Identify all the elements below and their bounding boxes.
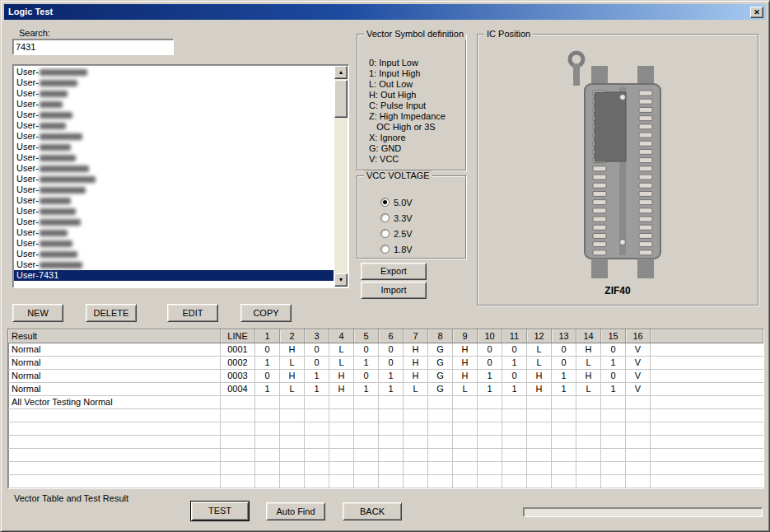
pin-cell: [255, 475, 280, 488]
pin-cell: [502, 475, 527, 488]
pin-cell: [576, 396, 601, 409]
list-item-prefix: User-: [16, 77, 39, 87]
vcc-option-2.5V[interactable]: 2.5V: [357, 226, 465, 241]
pin-cell: 1: [354, 383, 379, 396]
pin-cell: 0: [354, 343, 379, 357]
pin-cell: [453, 436, 478, 449]
zif-pin-slot: [593, 242, 606, 247]
back-button[interactable]: BACK: [343, 502, 402, 520]
radio-icon[interactable]: [380, 213, 390, 222]
scrollbar-thumb[interactable]: [334, 80, 348, 118]
header-filler: [651, 329, 763, 343]
device-list-scrollbar[interactable]: ▲ ▼: [334, 66, 348, 287]
pin-cell: [601, 409, 626, 422]
pin-cell: [379, 396, 404, 409]
list-item[interactable]: User-: [14, 206, 334, 217]
list-item[interactable]: User-: [14, 163, 334, 174]
list-item-selected[interactable]: User-7431: [14, 270, 334, 281]
list-item[interactable]: User-: [14, 131, 334, 142]
list-item[interactable]: User-: [14, 184, 334, 195]
pin-cell: [527, 436, 552, 449]
list-item[interactable]: User-: [14, 259, 334, 270]
list-item[interactable]: User-: [14, 174, 334, 184]
vcc-option-3.3V[interactable]: 3.3V: [357, 210, 465, 226]
logic-test-dialog: Logic Test ✕ Search: User-User-User-User…: [0, 0, 770, 532]
list-item[interactable]: User-: [14, 88, 334, 99]
list-item[interactable]: User-: [14, 110, 334, 120]
pin-cell: [502, 462, 527, 475]
pin-cell: [453, 409, 478, 422]
pin-header: 10: [478, 329, 502, 343]
pin-cell: L: [576, 383, 601, 396]
edit-button[interactable]: EDIT: [167, 304, 218, 322]
device-list[interactable]: User-User-User-User-User-User-User-User-…: [12, 64, 349, 288]
pin-cell: [478, 462, 502, 475]
list-item[interactable]: User-: [14, 227, 334, 238]
vcc-voltage-groupbox: VCC VOLTAGE 5.0V3.3V2.5V1.8V: [357, 175, 466, 259]
close-button[interactable]: ✕: [750, 7, 763, 18]
list-item[interactable]: User-: [14, 67, 334, 77]
delete-button[interactable]: DELETE: [86, 304, 137, 322]
pin-cell: [404, 396, 428, 409]
pin-cell: [404, 449, 428, 462]
list-item[interactable]: User-: [14, 249, 334, 259]
table-empty-row: [8, 409, 763, 422]
import-button[interactable]: Import: [361, 282, 427, 299]
line-cell: 0004: [221, 383, 255, 396]
list-item[interactable]: User-: [14, 77, 334, 88]
pin-header: 3: [305, 329, 329, 343]
radio-icon[interactable]: [380, 245, 390, 254]
pin-header: 12: [527, 329, 552, 343]
pin-cell: [404, 475, 428, 488]
pin-cell: V: [626, 343, 651, 357]
pin-cell: [305, 396, 329, 409]
pin-cell: 0: [601, 343, 626, 357]
zif-pin-slot: [593, 233, 606, 238]
redacted-text: [40, 240, 72, 247]
radio-icon[interactable]: [380, 198, 390, 207]
title-bar[interactable]: Logic Test ✕: [4, 4, 766, 20]
pin-cell: [626, 462, 651, 475]
scroll-down-button[interactable]: ▼: [334, 273, 348, 287]
scroll-up-button[interactable]: ▲: [334, 66, 348, 79]
list-item-prefix: User-: [16, 99, 39, 109]
list-item[interactable]: User-: [14, 238, 334, 249]
auto-find-button[interactable]: Auto Find: [266, 502, 325, 520]
zif-socket-graphic: [552, 46, 684, 287]
redacted-text: [40, 166, 89, 172]
new-button[interactable]: NEW: [12, 304, 63, 322]
list-item[interactable]: User-: [14, 142, 334, 152]
list-item[interactable]: User-: [14, 152, 334, 163]
copy-button[interactable]: COPY: [240, 304, 292, 322]
filler-cell: [651, 357, 763, 370]
pin-cell: [601, 436, 626, 449]
test-button[interactable]: TEST: [190, 501, 250, 521]
line-cell: 0003: [221, 370, 255, 383]
pin-cell: [601, 462, 626, 475]
pin-header: 9: [453, 329, 478, 343]
pin-cell: [453, 449, 478, 462]
vcc-option-1.8V[interactable]: 1.8V: [357, 241, 465, 257]
list-item-prefix: User-: [16, 142, 39, 152]
redacted-text: [40, 198, 71, 204]
list-item[interactable]: User-: [14, 99, 334, 110]
pin-header: 6: [379, 329, 404, 343]
export-button[interactable]: Export: [361, 263, 427, 280]
pin-cell: [527, 449, 552, 462]
pin-cell: [478, 449, 502, 462]
vcc-option-5.0V[interactable]: 5.0V: [357, 194, 465, 210]
search-input[interactable]: [12, 39, 174, 55]
pin-header: 14: [576, 329, 601, 343]
list-item-prefix: User-: [16, 195, 39, 205]
redacted-text: [40, 112, 72, 119]
list-item[interactable]: User-: [14, 195, 334, 206]
list-item-prefix: User-: [16, 174, 39, 184]
pin-cell: [305, 409, 329, 422]
zif-pin-slot: [639, 242, 652, 247]
list-item[interactable]: User-: [14, 120, 334, 131]
radio-icon[interactable]: [380, 229, 390, 238]
list-item[interactable]: User-: [14, 217, 334, 227]
pin-cell: [329, 422, 354, 436]
pin-cell: 1: [478, 370, 502, 383]
zif-pin-slot: [639, 107, 652, 112]
